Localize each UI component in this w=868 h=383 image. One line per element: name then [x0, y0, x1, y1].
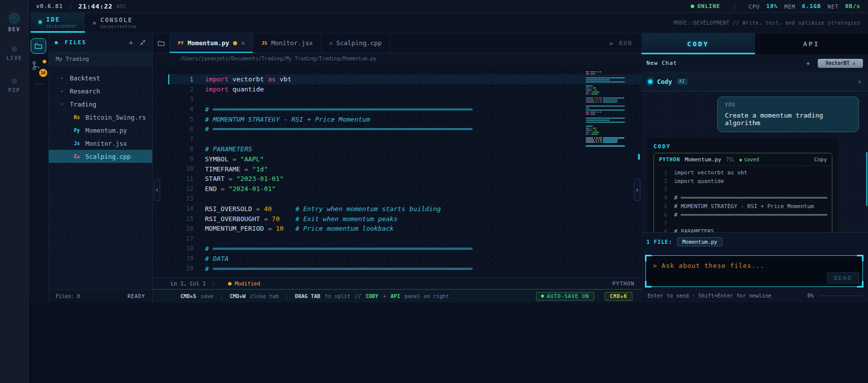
editor-tab-Scalping.cpp[interactable]: ◇Scalping.cpp — [321, 33, 390, 53]
chat-code-header: PYTHON Momentum.py 75L saved Copy — [654, 153, 832, 166]
minimap-row — [586, 106, 633, 107]
close-icon[interactable]: × — [858, 78, 861, 85]
code-area[interactable]: 1import vectorbt as vbt2import quantide3… — [153, 64, 641, 277]
code-line-1: 1import vectorbt as vbt — [168, 74, 641, 84]
chat-code-language: PYTHON — [659, 157, 680, 162]
file-type-badge: C+ — [74, 154, 80, 159]
chat-input-region: SEND — [641, 250, 868, 289]
files-dot-icon — [55, 41, 58, 44]
minimap-row — [586, 91, 633, 92]
files-ready-status: READY — [128, 294, 145, 299]
autosave-toggle[interactable]: AUTO-SAVE ON — [536, 292, 594, 301]
code-line-13: 13 — [168, 194, 641, 204]
chat-code-block: PYTHON Momentum.py 75L saved Copy 1impor… — [654, 153, 832, 232]
modified-dot-icon — [233, 41, 237, 45]
minimap-row — [586, 122, 633, 123]
line-number: 9 — [168, 155, 193, 162]
line-number: 3 — [654, 186, 667, 192]
console-title: CONSOLE — [100, 17, 137, 24]
collapse-panel-button[interactable] — [140, 39, 146, 46]
tree-folder-Backtest[interactable]: ▸Backtest — [49, 71, 152, 84]
run-button[interactable]: ▶ RUN — [610, 40, 632, 47]
code-line-4: 4# ═════════════════════════════════════… — [168, 104, 641, 114]
tree-file-Scalping.cpp[interactable]: C+Scalping.cpp — [49, 150, 152, 163]
scroll-left-handle[interactable]: ‹ — [154, 179, 160, 201]
tree-item-label: Scalping.cpp — [85, 153, 131, 160]
tab-ide[interactable]: IDE DEVELOPMENT — [31, 13, 85, 33]
send-button[interactable]: SEND — [827, 272, 859, 283]
tab-api[interactable]: API — [755, 33, 868, 54]
new-chat-button[interactable]: New Chat — [646, 60, 677, 66]
top-status-bar: v0.6.81 | 21:44:22 UTC ONLINE | CPU 18% … — [29, 0, 868, 13]
tab-console[interactable]: CONSOLE ORCHESTRATION — [85, 13, 145, 33]
minimap-row — [586, 95, 633, 97]
context-chip-Momentum.py[interactable]: Momentum.py — [677, 237, 722, 246]
minimap-row — [586, 93, 633, 94]
chat-code-line-3: 3 — [654, 185, 832, 194]
tree-file-Monitor.jsx[interactable]: JxMonitor.jsx — [49, 137, 152, 150]
chat-area[interactable]: YOU Create a momentum trading algorithm … — [641, 91, 868, 232]
hint-drag-text: to split — [325, 293, 351, 299]
editor-tab-Monitor.jsx[interactable]: JSMonitor.jsx — [253, 33, 321, 53]
new-file-button[interactable]: + — [129, 39, 133, 46]
minimap-row — [586, 87, 633, 88]
workspace-root[interactable]: My Trading — [49, 52, 152, 66]
code-line-12: 12END = "2024-01-01" — [168, 184, 641, 194]
minimap-row — [586, 108, 633, 109]
git-branch-button[interactable]: 16 — [32, 61, 45, 76]
rail-dev-label: DEV — [8, 27, 20, 32]
user-message-author: YOU — [725, 102, 851, 108]
line-number: 1 — [654, 170, 667, 175]
close-icon[interactable]: × — [241, 40, 245, 47]
cursor-position: Ln 1, Col 1 — [171, 280, 206, 286]
model-select[interactable]: VectorBT⇕ — [818, 59, 863, 68]
file-type-badge: PY — [178, 40, 183, 46]
explorer-folder-button[interactable] — [31, 38, 46, 54]
editor-hint-bar: CMD+S save | CMD+W close tab | DRAG TAB … — [153, 289, 641, 303]
minimap-row — [586, 134, 633, 135]
rail-item-live[interactable]: LIVE — [0, 46, 29, 61]
hint-drag-key: DRAG TAB — [295, 293, 320, 299]
minimap-row — [586, 100, 633, 101]
editor-folder-tab[interactable] — [153, 33, 170, 53]
line-number: 18 — [168, 245, 193, 252]
files-footer: Files: 0 READY — [49, 290, 152, 303]
line-number: 20 — [168, 265, 193, 272]
tab-cody[interactable]: CODY — [641, 33, 755, 54]
copy-button[interactable]: Copy — [814, 156, 827, 162]
file-tree: ▸Backtest▸Research▾TradingRsBitcoin_Swin… — [49, 66, 152, 290]
minimap-row — [586, 89, 633, 90]
rail-item-dev[interactable]: DEV — [0, 14, 29, 32]
minimap-row — [586, 124, 633, 125]
minimap-row — [586, 73, 633, 74]
cody-response-card: CODY PYTHON Momentum.py 75L saved Copy 1… — [647, 138, 838, 232]
tree-folder-Research[interactable]: ▸Research — [49, 84, 152, 98]
line-number: 12 — [168, 185, 193, 193]
separator: | — [69, 3, 72, 10]
user-message-text: Create a momentum trading algorithm — [725, 112, 851, 127]
file-explorer: 16 FILES + My Trading ▸Backtest▸Research… — [29, 33, 153, 303]
mode-bar: IDE DEVELOPMENT CONSOLE ORCHESTRATION MO… — [29, 13, 868, 33]
collapse-arrows-icon — [140, 39, 146, 46]
chat-scrollbar[interactable] — [866, 152, 867, 206]
line-number: 3 — [168, 95, 193, 103]
line-number: 4 — [168, 106, 193, 113]
tree-file-Momentum.py[interactable]: PyMomentum.py — [49, 124, 152, 137]
tree-file-Bitcoin_Swing.rs[interactable]: RsBitcoin_Swing.rs — [49, 111, 152, 124]
rail-item-p2p[interactable]: P2P — [0, 78, 29, 93]
add-chat-button[interactable]: + — [806, 59, 810, 67]
minimap-row — [586, 120, 633, 121]
minimap[interactable] — [586, 71, 633, 147]
modified-indicator: Modified — [228, 280, 260, 286]
line-number: 6 — [654, 212, 667, 218]
minimap-row — [586, 118, 633, 119]
editor-tab-label: Momentum.py — [187, 39, 229, 47]
live-dot-icon — [12, 46, 17, 52]
command-palette-badge: CMD+K — [605, 292, 632, 301]
clock: 21:44:22 — [78, 3, 113, 10]
run-icon: ▶ — [610, 40, 614, 47]
editor-scrollbar[interactable] — [638, 154, 640, 160]
editor-tab-Momentum.py[interactable]: PYMomentum.py× — [170, 33, 253, 53]
scroll-right-handle[interactable]: › — [634, 179, 640, 201]
tree-folder-Trading[interactable]: ▾Trading — [49, 98, 152, 111]
